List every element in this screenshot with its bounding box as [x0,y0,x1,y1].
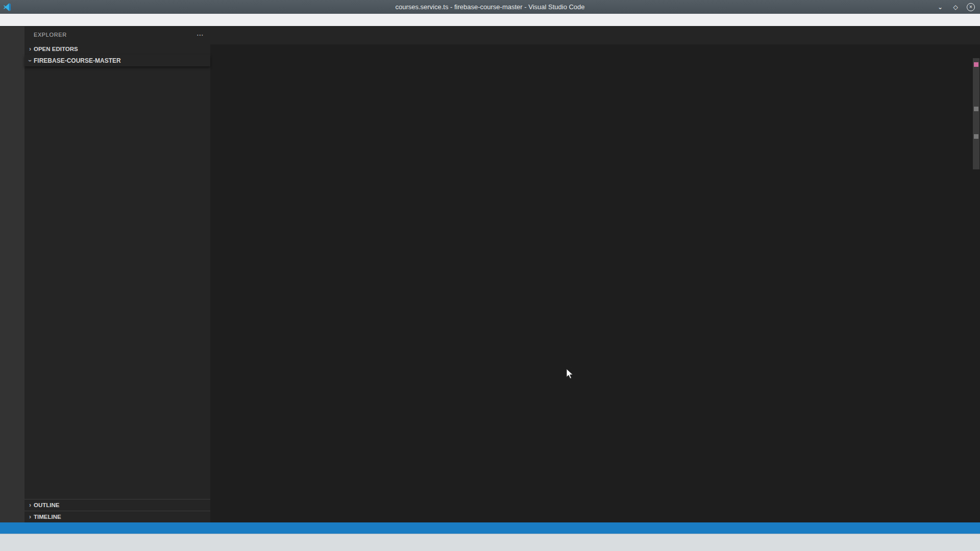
menu-bar [0,14,980,27]
close-button[interactable]: × [967,3,975,11]
scrollbar-mark [974,107,978,111]
terminal-output[interactable] [210,500,980,522]
scrollbar-mark [974,134,978,139]
explorer-actions-icon[interactable]: ⋯ [197,31,204,39]
status-bar [0,522,980,534]
code-editor[interactable] [210,56,980,487]
file-tree [24,66,210,499]
minimize-button[interactable]: ⌄ [936,3,944,11]
title-bar: courses.service.ts - firebase-course-mas… [0,0,980,14]
vscode-logo-icon [3,3,12,12]
maximize-button[interactable]: ◇ [951,3,960,11]
chevron-right-icon: › [27,502,34,509]
breadcrumbs[interactable] [210,44,980,56]
scrollbar-mark [974,62,978,67]
outline-section[interactable]: › OUTLINE [24,499,210,511]
vscode-window: courses.service.ts - firebase-course-mas… [0,0,980,551]
system-taskbar [0,534,980,551]
scrollbar-thumb[interactable] [973,58,979,169]
activity-bar [0,27,24,522]
chevron-right-icon: › [27,45,34,53]
editor-scrollbar[interactable] [972,56,980,487]
chevron-down-icon: › [27,57,34,64]
window-title: courses.service.ts - firebase-course-mas… [0,3,980,11]
chevron-right-icon: › [27,513,34,520]
editor-tab-bar [210,27,980,44]
timeline-section[interactable]: › TIMELINE [24,511,210,522]
explorer-sidebar: EXPLORER ⋯ › OPEN EDITORS › FIREBASE-COU… [24,27,210,522]
root-folder-section[interactable]: › FIREBASE-COURSE-MASTER [24,55,210,66]
open-editors-section[interactable]: › OPEN EDITORS [24,43,210,55]
terminal-panel [210,487,980,522]
explorer-title: EXPLORER [34,32,67,38]
